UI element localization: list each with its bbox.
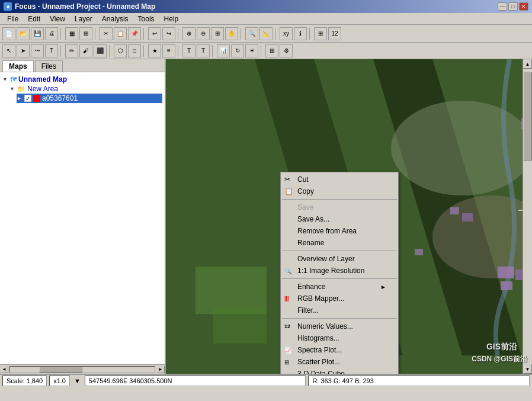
undo-button[interactable]: ↩ <box>148 27 161 40</box>
tree-area: ▼ 🗺 Unnamed Map ▼ 📁 New Area ► ✓ a053676… <box>0 72 165 364</box>
label-button[interactable]: T <box>197 44 210 57</box>
scroll-left-btn[interactable]: ◄ <box>0 366 8 373</box>
ctx-numeric-label: Numeric Values... <box>297 322 353 331</box>
band-button[interactable]: T <box>182 44 196 57</box>
tree-item-map[interactable]: ▼ 🗺 Unnamed Map <box>2 75 162 84</box>
ctx-save-as[interactable]: Save As... <box>281 213 398 225</box>
open-button[interactable]: 📂 <box>17 27 30 40</box>
line-button[interactable]: 〜 <box>31 44 44 57</box>
ctx-copy[interactable]: 📋 Copy <box>281 185 398 197</box>
enhance-submenu-arrow: ► <box>380 284 386 290</box>
map-area[interactable]: ▲ ▼ GIS前沿 CSDN @GIS前沿 ✂ Cut 📋 Copy Sa <box>166 59 532 374</box>
copy-button[interactable]: 📋 <box>114 27 127 40</box>
maximize-button[interactable]: □ <box>508 2 518 11</box>
zoom-out-button[interactable]: ⊖ <box>197 27 210 40</box>
numeric-icon: 12 <box>284 323 290 329</box>
scroll-right-btn[interactable]: ► <box>156 366 165 373</box>
ctx-scatter[interactable]: ⊞ Scatter Plot... <box>281 356 398 368</box>
chart-button[interactable]: 📊 <box>217 44 230 57</box>
window-controls[interactable]: — □ ✕ <box>498 2 528 11</box>
ctx-overview[interactable]: Overview of Layer <box>281 253 398 265</box>
ctx-numeric[interactable]: 12 Numeric Values... <box>281 320 398 332</box>
print-button[interactable]: 🖨 <box>45 27 58 40</box>
app-icon: ★ <box>4 2 12 11</box>
tree-label-map: Unnamed Map <box>18 75 67 84</box>
tree-item-file[interactable]: ► ✓ a05367601 <box>17 94 162 103</box>
overview-button[interactable]: ▦ <box>65 27 78 40</box>
select-button[interactable]: ↖ <box>2 44 15 57</box>
rotate-button[interactable]: ↻ <box>231 44 244 57</box>
fill-button[interactable]: ⬛ <box>94 44 107 57</box>
redo-button[interactable]: ↪ <box>162 27 175 40</box>
ctx-cut[interactable]: ✂ Cut <box>281 174 398 185</box>
text-button[interactable]: T <box>45 44 58 57</box>
copy-icon: 📋 <box>284 187 293 195</box>
menu-tools[interactable]: Tools <box>133 14 159 24</box>
pan-button[interactable]: ✋ <box>225 27 238 40</box>
cut-button[interactable]: ✂ <box>100 27 113 40</box>
ctx-histograms[interactable]: Histograms... <box>281 332 398 344</box>
tab-maps[interactable]: Maps <box>2 60 34 72</box>
tab-files[interactable]: Files <box>35 60 63 72</box>
measure-button[interactable]: 📐 <box>259 27 273 40</box>
ctx-resolution[interactable]: 🔍 1:1 Image Resolution <box>281 265 398 277</box>
symbol-button[interactable]: ★ <box>148 44 161 57</box>
zoom-in-button[interactable]: ⊕ <box>182 27 196 40</box>
tree-item-folder[interactable]: ▼ 📁 New Area <box>9 84 162 94</box>
save-button[interactable]: 💾 <box>31 27 44 40</box>
main-area: Maps Files ▼ 🗺 Unnamed Map ▼ 📁 New Area … <box>0 59 532 374</box>
menu-analysis[interactable]: Analysis <box>97 14 133 24</box>
menu-file[interactable]: File <box>2 14 23 24</box>
svg-rect-16 <box>415 249 423 255</box>
map-icon: 🗺 <box>10 76 17 83</box>
scroll-thumb-v[interactable] <box>523 72 532 161</box>
new-button[interactable]: 📄 <box>2 27 15 40</box>
ctx-save-label: Save <box>297 203 313 211</box>
menu-help[interactable]: Help <box>159 14 184 24</box>
scroll-track[interactable] <box>9 366 155 373</box>
layers-button[interactable]: ⊞ <box>79 27 92 40</box>
paint-button[interactable]: 🖌 <box>79 44 92 57</box>
ctx-remove[interactable]: Remove from Area <box>281 225 398 237</box>
ctx-enhance-label: Enhance <box>297 283 325 291</box>
expand-folder-icon: ▼ <box>9 86 15 92</box>
menu-layer[interactable]: Layer <box>70 14 97 24</box>
ctx-3d[interactable]: 3-D Data Cube... <box>281 368 398 374</box>
title-bar: ★ Focus - Unnamed Project - Unnamed Map … <box>0 0 532 13</box>
right-scrollbar[interactable]: ▲ ▼ <box>523 59 532 374</box>
scroll-thumb[interactable] <box>39 367 82 373</box>
ctx-enhance[interactable]: Enhance ► <box>281 281 398 293</box>
left-scrollbar[interactable]: ◄ ► <box>0 364 165 374</box>
menu-view[interactable]: View <box>45 14 70 24</box>
ctx-spectra[interactable]: 📈 Spectra Plot... <box>281 344 398 356</box>
ctx-rename[interactable]: Rename <box>281 237 398 249</box>
file-checkbox[interactable]: ✓ <box>24 95 31 102</box>
settings-button[interactable]: ⚙ <box>280 44 293 57</box>
info-button[interactable]: ℹ <box>294 27 307 40</box>
zoom-fit-button[interactable]: ⊞ <box>211 27 224 40</box>
classify-button[interactable]: ≡ <box>162 44 175 57</box>
scroll-up-btn[interactable]: ▲ <box>523 59 532 69</box>
file-color-icon <box>33 95 40 102</box>
ctx-filter[interactable]: Filter... <box>281 304 398 316</box>
menu-edit[interactable]: Edit <box>23 14 45 24</box>
brightness-button[interactable]: ☀ <box>245 44 258 57</box>
polygon-button[interactable]: ⬡ <box>114 44 127 57</box>
coords-button[interactable]: xy <box>280 27 293 40</box>
numbers-button[interactable]: 12 <box>328 27 341 40</box>
rect-button[interactable]: □ <box>128 44 141 57</box>
grid-button[interactable]: ⊞ <box>314 27 327 40</box>
paste-button[interactable]: 📌 <box>128 27 141 40</box>
scroll-area <box>523 69 532 364</box>
scroll-down-btn[interactable]: ▼ <box>523 364 532 374</box>
minimize-button[interactable]: — <box>498 2 507 11</box>
close-button[interactable]: ✕ <box>519 2 528 11</box>
ctx-3d-label: 3-D Data Cube... <box>297 370 351 374</box>
expand-map-icon: ▼ <box>2 76 8 82</box>
arrow-button[interactable]: ➤ <box>17 44 30 57</box>
ctx-rgb[interactable]: ||| RGB Mapper... <box>281 293 398 304</box>
draw-button[interactable]: ✏ <box>65 44 78 57</box>
layers2-button[interactable]: ⊞ <box>265 44 278 57</box>
ctx-resolution-label: 1:1 Image Resolution <box>297 267 364 275</box>
identify-button[interactable]: 🔍 <box>245 27 258 40</box>
